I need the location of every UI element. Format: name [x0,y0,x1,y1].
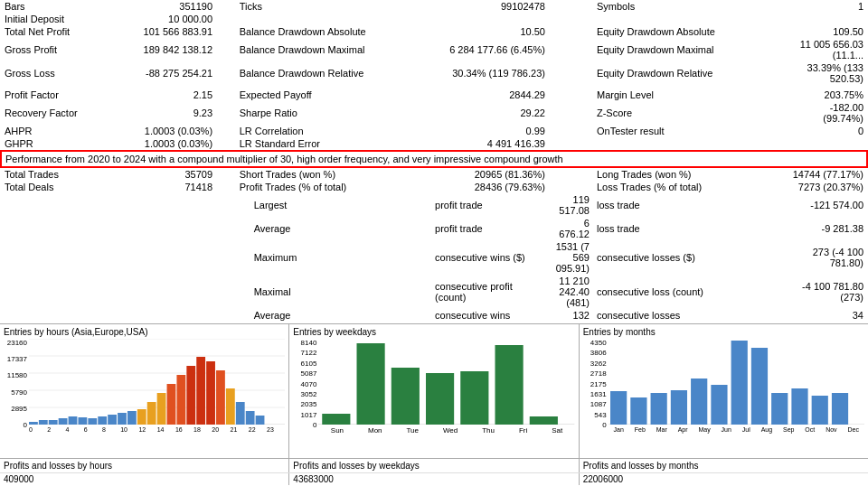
maximal-cons-loss-label: consecutive loss (count) [593,275,788,309]
svg-rect-39 [610,391,627,425]
highlight-row: Performance from 2020 to 2024 with a com… [1,151,867,167]
initial-deposit-row: Initial Deposit 10 000.00 [1,13,867,25]
svg-rect-13 [98,416,107,425]
svg-rect-16 [127,411,137,425]
bars-ticks-row: Bars 351190 Ticks 99102478 Symbols 1 [1,0,867,13]
svg-rect-12 [88,418,97,425]
gross-loss-row: Gross Loss -88 275 254.21 Balance Drawdo… [1,61,867,85]
svg-rect-45 [731,341,747,425]
profit-factor-value: 2.15 [118,89,216,101]
avg-loss-label: loss trade [593,217,788,240]
profits-weekdays-title: Profits and losses by weekdays [293,461,420,471]
months-chart-svg [609,339,864,425]
hours-chart-container: Entries by hours (Asia,Europe,USA) 23160… [0,324,289,458]
sharpe-ratio-value: 29.22 [431,101,549,125]
svg-rect-36 [495,345,524,425]
max-cons-wins-value: 1531 (7 569 095.91) [549,240,593,275]
profit-trades-value: 28436 (79.63%) [431,181,549,193]
profits-hours-value: 409000 [4,474,33,484]
ticks-value: 99102478 [431,0,549,13]
profits-months-title: Profits and losses by months [583,461,699,471]
balance-dd-abs-label: Balance Drawdown Absolute [236,25,431,38]
maximal-cons-row: Maximal consecutive profit (count) 11 21… [1,275,867,309]
total-deals-label: Total Deals [1,181,118,193]
svg-rect-28 [246,411,255,425]
short-trades-label: Short Trades (won %) [236,167,431,181]
profit-factor-label: Profit Factor [1,89,118,101]
svg-rect-48 [791,388,807,425]
hours-bars-area: 0 2 4 6 8 10 12 14 16 18 20 21 22 23 [29,339,285,429]
svg-rect-22 [186,366,195,425]
max-cons-losses-value: 273 (-4 100 781.80) [788,240,867,275]
net-profit-label: Total Net Profit [1,25,118,38]
profits-weekdays-section: Profits and losses by weekdays [289,459,579,472]
equity-dd-rel-label: Equity Drawdown Relative [593,61,788,85]
recovery-factor-label: Recovery Factor [1,101,118,125]
loss-trades-value: 7273 (20.37%) [788,181,867,193]
svg-rect-49 [811,396,827,425]
recovery-factor-row: Recovery Factor 9.23 Sharpe Ratio 29.22 … [1,101,867,125]
svg-rect-44 [711,385,727,425]
total-trades-row: Total Trades 35709 Short Trades (won %) … [1,167,867,181]
svg-rect-46 [751,348,768,425]
largest-loss-label: loss trade [593,193,788,217]
months-chart-container: Entries by months 4350 3806 3262 2718 21… [580,324,868,458]
maximal-cons-profit-value: 11 210 242.40 (481) [549,275,593,309]
svg-rect-33 [392,368,420,425]
weekdays-chart-title: Entries by weekdays [293,327,574,337]
profits-months-section: Profits and losses by months [580,459,868,472]
svg-rect-19 [157,393,166,425]
svg-rect-35 [461,371,489,425]
on-tester-value: 0 [788,125,867,137]
svg-rect-21 [176,375,185,425]
svg-rect-9 [59,418,68,425]
highlight-text: Performance from 2020 to 2024 with a com… [5,154,563,164]
gross-profit-row: Gross Profit 189 842 138.12 Balance Draw… [1,38,867,61]
z-score-label: Z-Score [593,101,788,125]
equity-dd-max-value: 11 005 656.03 (11.1... [788,38,867,61]
svg-rect-26 [226,388,235,425]
total-trades-value: 35709 [118,167,216,181]
ghpr-label: GHPR [1,137,118,151]
long-trades-value: 14744 (77.17%) [788,167,867,181]
gross-profit-label: Gross Profit [1,38,118,61]
avg-profit-value: 6 676.12 [549,217,593,240]
z-score-value: -182.00 (99.74%) [788,101,867,125]
equity-dd-rel-value: 33.39% (133 520.53) [788,61,867,85]
months-bars-area: Jan Feb Mar Apr May Jun Jul Aug Sep Oct … [609,339,864,429]
ghpr-value: 1.0003 (0.03%) [118,137,216,151]
profits-values-section: 409000 43683000 22006000 [0,472,868,485]
largest-label: Largest [236,193,431,217]
ghpr-row: GHPR 1.0003 (0.03%) LR Standard Error 4 … [1,137,867,151]
ahpr-value: 1.0003 (0.03%) [118,125,216,137]
bars-value: 351190 [118,0,216,13]
avg-cons-losses-label: consecutive losses [593,309,788,322]
initial-deposit-value: 10 000.00 [118,13,216,25]
avg-cons-losses-value: 34 [788,309,867,322]
maximum-cons-row: Maximum consecutive wins ($) 1531 (7 569… [1,240,867,275]
margin-level-value: 203.75% [788,89,867,101]
svg-rect-25 [216,370,225,425]
loss-trades-label: Loss Trades (% of total) [593,181,788,193]
gross-profit-value: 189 842 138.12 [118,38,216,61]
largest-profit-label: profit trade [431,193,549,217]
lr-std-error-value: 4 491 416.39 [431,137,549,151]
profit-trades-label: Profit Trades (% of total) [236,181,431,193]
profits-months-value-container: 22006000 [580,473,868,485]
svg-rect-10 [69,416,78,425]
max-cons-wins-label: consecutive wins ($) [431,240,549,275]
net-profit-row: Total Net Profit 101 566 883.91 Balance … [1,25,867,38]
total-deals-row: Total Deals 71418 Profit Trades (% of to… [1,181,867,193]
balance-dd-rel-label: Balance Drawdown Relative [236,61,431,85]
maximal-label: Maximal [236,275,431,309]
balance-dd-max-label: Balance Drawdown Maximal [236,38,431,61]
profits-hours-section: Profits and losses by hours [0,459,289,472]
profits-months-value: 22006000 [583,474,624,484]
total-trades-label: Total Trades [1,167,118,181]
balance-dd-max-value: 6 284 177.66 (6.45%) [431,38,549,61]
profits-hours-title: Profits and losses by hours [4,461,112,471]
largest-profit-value: 119 517.08 [549,193,593,217]
profits-weekdays-value: 43683000 [293,474,334,484]
ahpr-label: AHPR [1,125,118,137]
svg-rect-23 [196,357,205,425]
